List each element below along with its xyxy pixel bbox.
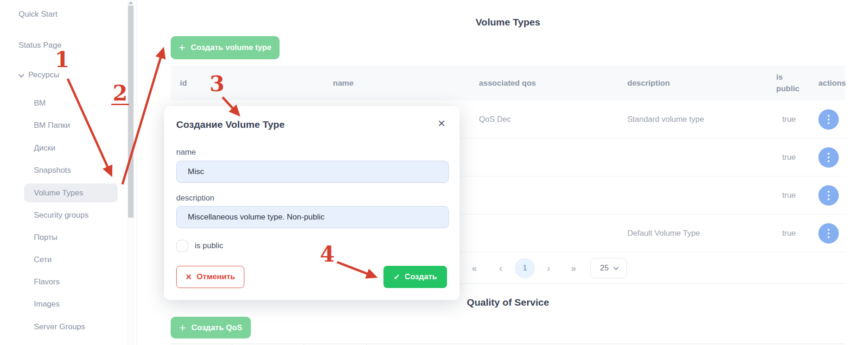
sidebar-item-flavors[interactable]: Flavors [34,277,60,287]
col-header-is-public: is public [776,72,818,94]
col-header-id: id [180,79,333,88]
col-header-description: description [627,79,776,88]
row-actions-kebab-button[interactable] [818,223,839,244]
scroll-up-arrow-icon[interactable] [128,1,133,4]
cell-is-public: true [776,191,818,200]
modal-close-icon[interactable]: ✕ [437,118,446,129]
modal-title: Создание Volume Type [176,119,285,130]
sidebar-item-bm-folders[interactable]: BM Папки [34,121,70,130]
kebab-dot [828,160,830,162]
create-volume-type-button[interactable]: + Создать volume type [171,36,280,59]
cell-description: Default Volume Type [627,229,776,238]
col-header-qos: associated qos [479,79,627,88]
page-size-select[interactable]: 25 [590,258,627,278]
pagination-first-button[interactable]: « [467,252,481,284]
page-size-value: 25 [600,263,609,273]
create-qos-button[interactable]: + Создать QoS [171,317,251,339]
sidebar-item-snapshots[interactable]: Snapshots [34,166,71,175]
pagination-next-button[interactable]: › [542,252,555,284]
kebab-dot [828,229,830,231]
row-actions-kebab-button[interactable] [818,109,839,130]
is-public-label: is public [195,241,223,251]
submit-label: Создать [405,272,437,282]
sidebar-item-networks[interactable]: Сети [34,255,51,264]
create-volume-type-modal: Создание Volume Type ✕ name description … [164,106,460,300]
kebab-dot [828,122,830,124]
kebab-dot [828,115,830,117]
cell-description: Standard volume type [627,115,776,124]
sidebar: Quick Start Status Page Ресурсы BM BM Па… [0,0,137,345]
sidebar-item-quick-start[interactable]: Quick Start [19,10,57,19]
kebab-dot [828,157,830,158]
plus-icon: + [179,42,185,53]
sidebar-item-status-page[interactable]: Status Page [19,41,62,50]
row-actions-kebab-button[interactable] [818,185,839,206]
table-header-row: id name associated qos description is pu… [171,66,845,100]
sidebar-item-images[interactable]: Images [34,300,60,309]
is-public-checkbox-row: is public [176,240,223,252]
kebab-dot [828,191,830,193]
pagination-page-1[interactable]: 1 [515,258,535,278]
cell-is-public: true [776,115,818,124]
kebab-dot [828,236,830,238]
description-field[interactable] [176,206,449,228]
col-header-name: name [333,79,479,88]
sidebar-item-security-groups[interactable]: Security groups [34,211,89,220]
sidebar-item-resources-label: Ресурсы [28,70,59,80]
sidebar-scrollbar-thumb[interactable] [128,6,134,218]
sidebar-item-ports[interactable]: Порты [34,233,57,242]
pagination-prev-button[interactable]: ‹ [494,252,508,284]
cancel-label: Отменить [197,272,235,282]
create-volume-type-label: Создать volume type [191,43,272,52]
cell-qos: QoS Dec [479,115,627,124]
check-icon: ✓ [393,273,400,281]
sidebar-item-resources[interactable]: Ресурсы [19,70,59,80]
row-actions-kebab-button[interactable] [818,147,839,168]
is-public-checkbox[interactable] [176,240,188,252]
sidebar-item-disks[interactable]: Диски [34,144,55,153]
plus-icon: + [179,322,186,333]
cell-is-public: true [776,153,818,162]
is-public-line1: is [776,72,818,83]
cell-is-public: true [776,229,818,238]
pagination-last-button[interactable]: » [567,252,581,284]
is-public-line2: public [776,83,818,95]
kebab-dot [828,153,830,155]
name-field-label: name [176,148,196,157]
sidebar-item-server-groups[interactable]: Server Groups [34,322,85,332]
submit-create-button[interactable]: ✓ Создать [383,266,447,288]
kebab-dot [828,198,830,200]
kebab-dot [828,119,830,120]
chevron-down-icon [613,265,619,270]
x-icon: ✕ [185,273,192,281]
qos-table-top-edge [171,344,845,344]
name-field[interactable] [176,161,449,183]
kebab-dot [828,232,830,234]
col-header-actions: actions [818,79,845,88]
create-qos-label: Создать QoS [191,323,243,332]
kebab-dot [828,194,830,196]
description-field-label: description [176,194,214,203]
cancel-button[interactable]: ✕ Отменить [176,266,244,288]
chevron-down-icon [19,71,25,77]
sidebar-item-bm[interactable]: BM [34,99,46,108]
page-title: Volume Types [171,17,845,28]
sidebar-item-volume-types[interactable]: Volume Types [34,188,83,198]
